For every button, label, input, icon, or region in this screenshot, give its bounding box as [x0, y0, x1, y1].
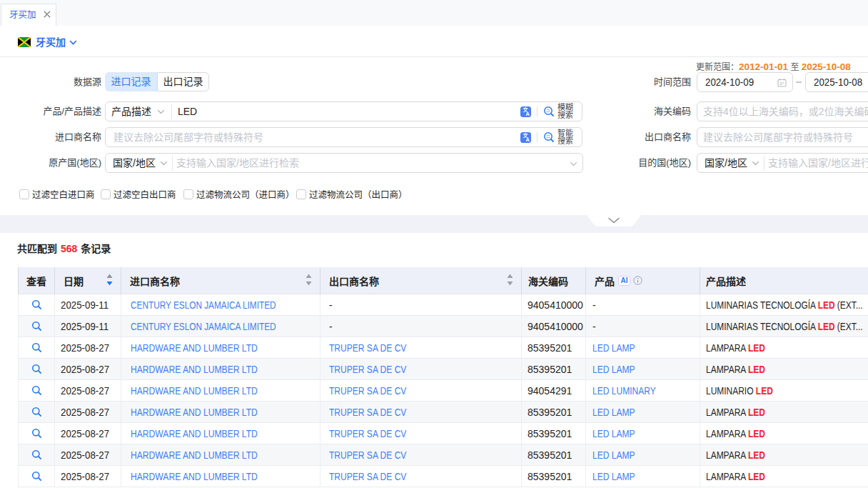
svg-text:A: A: [526, 136, 530, 142]
svg-text:A: A: [526, 110, 530, 116]
